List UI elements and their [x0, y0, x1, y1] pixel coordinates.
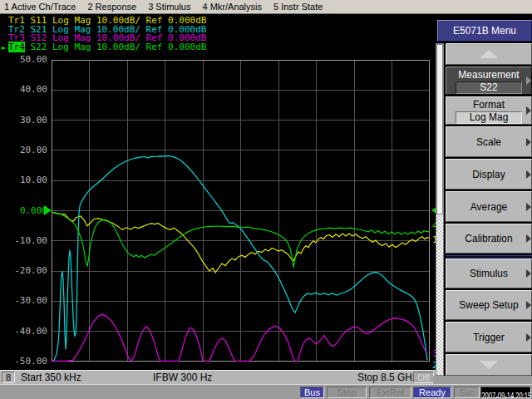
- softkey-calibration[interactable]: Calibration: [446, 224, 532, 254]
- softkey-average[interactable]: Average: [446, 191, 532, 222]
- softkey-label: Average: [470, 201, 507, 213]
- status-bar: 8 Start 350 kHz IFBW 300 Hz Stop 8.5 GHz…: [0, 370, 442, 384]
- trace-arrow-placeholder: [2, 17, 8, 27]
- submenu-arrow-icon: [526, 203, 531, 211]
- submenu-arrow-icon: [526, 301, 531, 309]
- y-axis-label: -30.00: [0, 296, 47, 306]
- y-axis-label: 50.00: [0, 55, 47, 65]
- softkey-label: Stimulus: [470, 268, 508, 279]
- softkey-stimulus[interactable]: Stimulus: [446, 259, 532, 288]
- trace-settings-text: S22 Log Mag 10.00dB/ Ref 0.000dB: [25, 42, 207, 52]
- softkey-label: Scale: [476, 136, 501, 148]
- softkey-menu-panel: E5071B Menu MeasurementS22FormatLog MagS…: [433, 14, 532, 384]
- trace-label-row-tr4[interactable]: ▶Tr4 S22 Log Mag 10.00dB/ Ref 0.000dB: [2, 43, 206, 52]
- y-axis-label: 20.00: [0, 145, 47, 155]
- menu-item-5[interactable]: 5 Instr State: [273, 2, 323, 12]
- datetime-display: 2007-09-14 20:15: [480, 387, 531, 398]
- trace-s21-line: [52, 155, 427, 362]
- submenu-arrow-icon: [526, 269, 531, 278]
- indicator-ready: Ready: [413, 387, 451, 398]
- menu-scroll-up-button[interactable]: [446, 43, 532, 65]
- softkey-sweep-setup[interactable]: Sweep Setup: [446, 290, 532, 320]
- softkey-label: Display: [472, 169, 505, 180]
- softkey-value: Log Mag: [456, 111, 522, 124]
- y-axis-label: -10.00: [0, 236, 47, 246]
- y-axis-label: 10.00: [0, 175, 47, 185]
- off-button[interactable]: Off: [413, 372, 434, 383]
- softkey-format[interactable]: FormatLog Mag: [446, 96, 532, 125]
- menu-item-2[interactable]: 2 Response: [87, 2, 136, 12]
- softkey-label: Calibration: [465, 233, 512, 244]
- active-trace-arrow-icon: ▶: [2, 44, 8, 53]
- menu-scrollbar[interactable]: [436, 43, 444, 376]
- analyzer-screen: 1 Active Ch/Trace2 Response3 Stimulus4 M…: [0, 0, 532, 399]
- softkey-measurement[interactable]: MeasurementS22: [446, 66, 532, 95]
- menu-separator: [446, 255, 532, 259]
- scrollbar-thumb[interactable]: [436, 44, 443, 214]
- y-axis-label: 40.00: [0, 85, 47, 95]
- start-frequency-label: Start 350 kHz: [21, 372, 81, 383]
- indicator-bus: Bus: [300, 387, 324, 398]
- system-bar: BusStopExtRefReadySvc 2007-09-14 20:15: [0, 384, 532, 399]
- reference-level-marker-left[interactable]: [44, 205, 52, 215]
- y-axis-label: 30.00: [0, 116, 47, 126]
- softkey-trigger[interactable]: Trigger: [446, 322, 532, 352]
- trace-legend: Tr1 S11 Log Mag 10.00dB/ Ref 0.000dB Tr2…: [2, 17, 206, 52]
- indicator-extref: ExtRef: [369, 387, 411, 398]
- trace-s12-line: [52, 314, 427, 361]
- top-menu-bar: 1 Active Ch/Trace2 Response3 Stimulus4 M…: [0, 0, 532, 14]
- softkey-label: Format: [446, 99, 531, 111]
- submenu-arrow-icon: [526, 333, 531, 342]
- softkey-label: Trigger: [473, 332, 505, 343]
- softkey-label: Measurement: [446, 69, 531, 81]
- submenu-arrow-icon: [526, 170, 531, 179]
- softkey-label: Sweep Setup: [459, 299, 518, 311]
- softkey-scale[interactable]: Scale: [446, 126, 532, 157]
- channel-indicator: 8: [2, 372, 15, 383]
- ifbw-label: IFBW 300 Hz: [153, 372, 212, 383]
- indicator-svc: Svc: [454, 387, 480, 398]
- y-axis-label: 0.000: [0, 206, 47, 216]
- stop-frequency-label: Stop 8.5 GHz: [357, 372, 417, 383]
- softkey-display[interactable]: Display: [446, 159, 532, 190]
- y-axis-label: -20.00: [0, 266, 47, 276]
- menu-title: E5071B Menu: [437, 20, 532, 42]
- trace-arrow-placeholder: [2, 35, 8, 44]
- submenu-arrow-icon: [526, 234, 531, 243]
- submenu-arrow-icon: [526, 138, 531, 146]
- y-axis-label: -50.00: [0, 357, 47, 367]
- plot-area: [52, 60, 430, 362]
- menu-item-4[interactable]: 4 Mkr/Analysis: [202, 2, 262, 12]
- softkey-value: S22: [456, 81, 522, 94]
- trace-id: Tr4: [8, 42, 25, 52]
- arrow-up-icon: [480, 50, 498, 58]
- submenu-arrow-icon: [526, 106, 531, 115]
- menu-bottom-strip: [433, 376, 532, 384]
- menu-scroll-down-button[interactable]: [446, 354, 532, 376]
- submenu-arrow-icon: [526, 76, 531, 85]
- menu-item-1[interactable]: 1 Active Ch/Trace: [4, 2, 76, 12]
- menu-item-3[interactable]: 3 Stimulus: [148, 2, 190, 12]
- arrow-down-icon: [480, 361, 498, 369]
- indicator-stop: Stop: [327, 387, 367, 398]
- y-axis-label: -40.00: [0, 327, 47, 337]
